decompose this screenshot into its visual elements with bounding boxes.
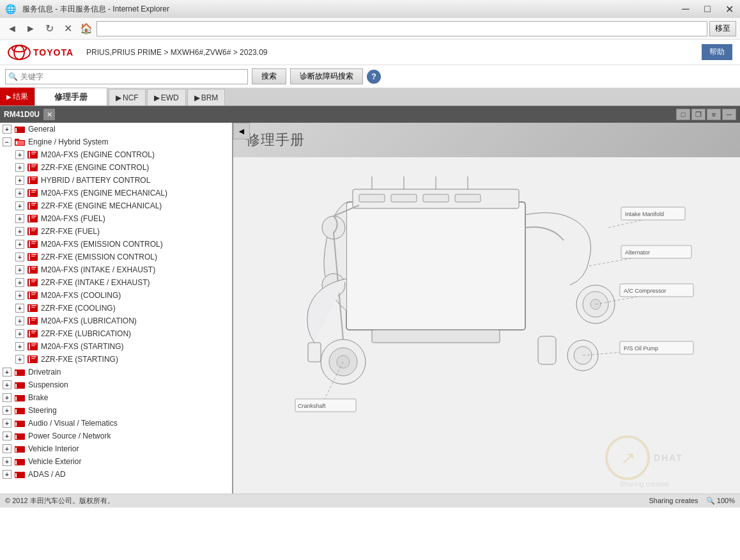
back-nav-button[interactable]: ◄ <box>233 123 250 139</box>
tree-item-2zr-cooling[interactable]: + 2ZR-FXE (COOLING) <box>0 302 232 315</box>
tree-item-drivetrain[interactable]: + Drivetrain <box>0 366 232 378</box>
tree-item-vehicle-interior[interactable]: + Vehicle Interior <box>0 442 232 455</box>
tree-item-m20a-intake[interactable]: + M20A-FXS (INTAKE / EXHAUST) <box>0 263 232 276</box>
panel-maximize-button[interactable]: □ <box>676 109 690 120</box>
forward-nav-button[interactable]: ► <box>22 20 39 37</box>
tab-ncf[interactable]: ▶ NCF <box>109 89 146 105</box>
close-button[interactable]: ✕ <box>718 0 740 18</box>
tree-expand-2zr-cooling[interactable]: + <box>15 304 24 313</box>
tree-item-general[interactable]: + General <box>0 123 232 136</box>
tree-expand-adas-ad[interactable]: + <box>3 470 12 479</box>
tree-icon-audio-visual <box>14 419 26 428</box>
tree-expand-m20a-starting[interactable]: + <box>15 342 24 351</box>
svg-text:Crankshaft: Crankshaft <box>298 403 326 409</box>
tree-item-m20a-fuel[interactable]: + M20A-FXS (FUEL) <box>0 212 232 225</box>
tree-label-2zr-engine-ctrl: 2ZR-FXE (ENGINE CONTROL) <box>41 163 149 172</box>
tree-expand-steering[interactable]: + <box>3 406 12 415</box>
tree-expand-2zr-fuel[interactable]: + <box>15 227 24 236</box>
browser-icon: 🌐 <box>5 4 16 14</box>
refresh-nav-button[interactable]: ↻ <box>41 20 58 37</box>
tree-item-steering[interactable]: + Steering <box>0 404 232 417</box>
tree-item-2zr-fuel[interactable]: + 2ZR-FXE (FUEL) <box>0 225 232 238</box>
tree-item-m20a-cooling[interactable]: + M20A-FXS (COOLING) <box>0 289 232 302</box>
tab-brm[interactable]: ▶ BRM <box>187 89 226 105</box>
tree-item-power-source[interactable]: + Power Source / Network <box>0 430 232 442</box>
tree-item-m20a-lubrication[interactable]: + M20A-FXS (LUBRICATION) <box>0 315 232 327</box>
tree-item-hybrid-battery[interactable]: + HYBRID / BATTERY CONTROL <box>0 174 232 187</box>
svg-text:Alternator: Alternator <box>625 249 650 256</box>
tree-expand-m20a-fuel[interactable]: + <box>15 214 24 223</box>
tree-expand-engine-hybrid[interactable]: − <box>3 137 12 146</box>
tree-label-power-source: Power Source / Network <box>28 432 111 440</box>
svg-rect-68 <box>31 332 35 334</box>
tree-expand-power-source[interactable]: + <box>3 432 12 440</box>
tree-expand-2zr-emission[interactable]: + <box>15 253 24 261</box>
tree-item-m20a-starting[interactable]: + M20A-FXS (STARTING) <box>0 340 232 353</box>
search-magnifier-icon: 🔍 <box>8 72 18 81</box>
tree-expand-general[interactable]: + <box>3 125 12 134</box>
tree-expand-2zr-intake[interactable]: + <box>15 278 24 287</box>
svg-rect-38 <box>29 241 30 247</box>
tree-item-m20a-emission[interactable]: + M20A-FXS (EMISSION CONTROL) <box>0 238 232 251</box>
tree-icon-m20a-cooling <box>27 291 38 300</box>
tree-expand-m20a-cooling[interactable]: + <box>15 291 24 300</box>
panel-close-button[interactable]: ✕ <box>43 109 55 120</box>
tree-item-suspension[interactable]: + Suspension <box>0 378 232 391</box>
tree-expand-2zr-engine-mech[interactable]: + <box>15 201 24 210</box>
tree-expand-2zr-lubrication[interactable]: + <box>15 329 24 338</box>
tree-expand-hybrid-battery[interactable]: + <box>15 176 24 185</box>
tree-icon-2zr-engine-mech <box>27 201 38 210</box>
tree-expand-brake[interactable]: + <box>3 393 12 402</box>
stop-nav-button[interactable]: ✕ <box>59 20 76 37</box>
tree-item-vehicle-exterior[interactable]: + Vehicle Exterior <box>0 455 232 468</box>
help-button[interactable]: 帮助 <box>702 44 732 60</box>
tree-item-2zr-engine-mech[interactable]: + 2ZR-FXE (ENGINE MECHANICAL) <box>0 199 232 212</box>
tree-item-m20a-engine-ctrl[interactable]: + M20A-FXS (ENGINE CONTROL) <box>0 148 232 161</box>
tree-item-m20a-engine-mech[interactable]: + M20A-FXS (ENGINE MECHANICAL) <box>0 187 232 199</box>
svg-rect-16 <box>31 166 35 167</box>
tree-icon-2zr-intake <box>27 278 38 287</box>
search-input[interactable] <box>20 72 238 81</box>
tree-expand-drivetrain[interactable]: + <box>3 368 12 377</box>
tab-results[interactable]: ▶ 结果 <box>0 88 35 105</box>
tree-item-2zr-engine-ctrl[interactable]: + 2ZR-FXE (ENGINE CONTROL) <box>0 161 232 174</box>
address-bar-input[interactable] <box>96 21 707 36</box>
tree-item-2zr-intake[interactable]: + 2ZR-FXE (INTAKE / EXHAUST) <box>0 276 232 289</box>
svg-rect-74 <box>29 356 30 362</box>
back-nav-button[interactable]: ◄ <box>4 20 20 37</box>
tree-item-2zr-lubrication[interactable]: + 2ZR-FXE (LUBRICATION) <box>0 327 232 340</box>
minimize-button[interactable]: ─ <box>675 0 697 18</box>
tree-expand-suspension[interactable]: + <box>3 380 12 389</box>
diagnostic-search-button[interactable]: 诊断故障码搜索 <box>290 68 363 84</box>
tree-expand-vehicle-exterior[interactable]: + <box>3 457 12 466</box>
svg-rect-44 <box>31 256 35 257</box>
tree-expand-vehicle-interior[interactable]: + <box>3 444 12 453</box>
tree-expand-audio-visual[interactable]: + <box>3 419 12 428</box>
tab-repair-manual[interactable]: 修理手册 <box>35 88 107 105</box>
tree-item-audio-visual[interactable]: + Audio / Visual / Telematics <box>0 417 232 430</box>
tree-expand-m20a-lubrication[interactable]: + <box>15 316 24 325</box>
panel-restore-button[interactable]: ❐ <box>691 109 705 120</box>
tree-item-brake[interactable]: + Brake <box>0 391 232 404</box>
go-button[interactable]: 移至 <box>709 21 736 36</box>
tree-expand-2zr-starting[interactable]: + <box>15 355 24 364</box>
tree-item-2zr-starting[interactable]: + 2ZR-FXE (STARTING) <box>0 353 232 366</box>
tree-expand-m20a-engine-mech[interactable]: + <box>15 189 24 198</box>
tree-item-engine-hybrid[interactable]: − Engine / Hybrid System <box>0 136 232 148</box>
tree-item-adas-ad[interactable]: + ADAS / AD <box>0 468 232 481</box>
svg-rect-19 <box>31 177 36 178</box>
help-circle-button[interactable]: ? <box>367 70 381 84</box>
panel-minimize-button[interactable]: ─ <box>722 109 736 120</box>
restore-button[interactable]: □ <box>697 0 718 18</box>
tree-expand-m20a-emission[interactable]: + <box>15 240 24 249</box>
tree-label-steering: Steering <box>28 406 57 415</box>
tree-item-2zr-emission[interactable]: + 2ZR-FXE (EMISSION CONTROL) <box>0 251 232 263</box>
search-button[interactable]: 搜索 <box>252 68 286 84</box>
tree-expand-m20a-intake[interactable]: + <box>15 265 24 274</box>
tab-ewd[interactable]: ▶ EWD <box>147 89 186 105</box>
tree-expand-m20a-engine-ctrl[interactable]: + <box>15 150 24 159</box>
panel-content-button[interactable]: ≡ <box>707 109 721 120</box>
tree-expand-2zr-engine-ctrl[interactable]: + <box>15 163 24 172</box>
home-nav-button[interactable]: 🏠 <box>78 20 95 37</box>
svg-rect-71 <box>31 343 36 345</box>
